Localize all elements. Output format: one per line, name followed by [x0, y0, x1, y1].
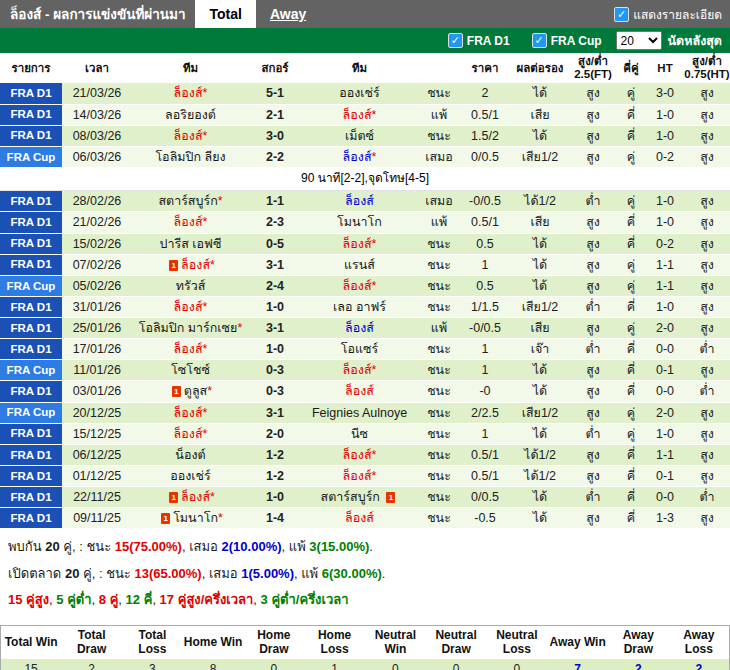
half-time-score: 1-3 — [646, 508, 684, 529]
home-team-name: สตาร์สบูร์ก — [158, 194, 217, 208]
col-handicap-result: ผลต่อรอง — [510, 53, 570, 83]
over-under-ht: สูง — [684, 402, 730, 423]
tab-total[interactable]: Total — [195, 0, 255, 28]
away-team-cell: นีซ — [301, 423, 418, 444]
result: ชนะ — [418, 339, 460, 360]
away-team-name: ล็องส์ — [343, 108, 372, 122]
col-competition: รายการ — [0, 53, 62, 83]
odd-even: คู่ — [616, 423, 646, 444]
odds: -0.5 — [460, 508, 510, 529]
home-team-cell: ล็องส์* — [132, 423, 249, 444]
away-team-name: ล็องส์ — [343, 469, 372, 483]
checkbox-checked-icon[interactable]: ✓ — [614, 7, 629, 22]
away-team-cell: Feignies Aulnoye — [301, 402, 418, 423]
penalty-note: 90 นาที[2-2],จุดโทษ[4-5] — [0, 167, 730, 190]
match-date: 22/11/25 — [62, 487, 132, 508]
match-row: FRA D121/03/26ล็องส์*5-1อองเช่ร์ชนะ2ได้ส… — [0, 83, 730, 104]
filter-fra-cup[interactable]: ✓ FRA Cup — [524, 33, 610, 48]
match-row: FRA D117/01/26ล็องส์*1-0โอแซร์ชนะ1เจ๊าต่… — [0, 339, 730, 360]
stats-header: Total Draw — [61, 625, 122, 658]
odds: 2 — [460, 83, 510, 104]
over-under-ft: สูง — [570, 212, 616, 233]
away-team-name: ล็องส์ — [345, 511, 374, 525]
home-team-name: น็องต์ — [175, 448, 205, 462]
match-count-select[interactable]: 20 — [616, 31, 662, 50]
over-under-ht: สูง — [684, 360, 730, 381]
home-team-cell: 1ล็องส์* — [132, 254, 249, 275]
competition-badge: FRA D1 — [0, 508, 62, 529]
half-time-score: 0-2 — [646, 146, 684, 167]
score: 2-1 — [249, 104, 301, 125]
show-details-toggle[interactable]: ✓ แสดงรายละเอียด — [606, 0, 730, 28]
odds: 1 — [460, 339, 510, 360]
match-row: FRA D131/01/26ล็องส์*1-0เลอ อาฟร์ชนะ1/1.… — [0, 296, 730, 317]
summary-market: เปิดตลาด 20 คู่, : ชนะ 13(65.00%), เสมอ … — [8, 564, 722, 584]
focus-team-star: * — [218, 194, 223, 208]
odds: -0 — [460, 381, 510, 402]
home-team-name: ตูลูส — [184, 384, 207, 398]
away-team-cell: สตาร์สบูร์ก 1 — [301, 487, 418, 508]
result: ชนะ — [418, 254, 460, 275]
match-date: 01/12/25 — [62, 465, 132, 486]
match-date: 09/11/25 — [62, 508, 132, 529]
away-team-cell: ล็องส์* — [301, 104, 418, 125]
handicap-result: เสีย1/2 — [510, 296, 570, 317]
home-team-name: ปารีส เอฟซี — [160, 237, 222, 251]
match-row: FRA D103/01/261ตูลูส*0-3ล็องส์ชนะ-0ได้สู… — [0, 381, 730, 402]
home-team-name: ล็องส์ — [174, 129, 203, 143]
stats-count: 1 — [304, 659, 365, 670]
result: ชนะ — [418, 402, 460, 423]
competition-badge: FRA D1 — [0, 465, 62, 486]
over-under-ft: ต่ำ — [570, 339, 616, 360]
score: 3-1 — [249, 318, 301, 339]
odds: 0.5/1 — [460, 465, 510, 486]
match-row: FRA D101/12/25อองเช่ร์1-2ล็องส์*ชนะ0.5/1… — [0, 465, 730, 486]
half-time-score: 0-0 — [646, 487, 684, 508]
home-team-cell: น็องต์ — [132, 444, 249, 465]
handicap-result: ได้ — [510, 381, 570, 402]
home-team-name: โอลิมปิก มาร์กเซย — [139, 321, 238, 335]
result: แพ้ — [418, 318, 460, 339]
competition-badge: FRA D1 — [0, 318, 62, 339]
away-team-name: ล็องส์ — [345, 321, 374, 335]
match-row: FRA Cup06/03/26โอลิมปิก ลียง2-2ล็องส์*เส… — [0, 146, 730, 167]
over-under-ht: สูง — [684, 275, 730, 296]
home-team-cell: โซโชซ์ — [132, 360, 249, 381]
checkbox-checked-icon[interactable]: ✓ — [448, 33, 463, 48]
stats-count: 7 — [547, 659, 608, 670]
col-ht: HT — [646, 53, 684, 83]
away-team-cell: ล็องส์ — [301, 318, 418, 339]
score: 1-4 — [249, 508, 301, 529]
checkbox-checked-icon[interactable]: ✓ — [532, 33, 547, 48]
filter-fra-d1[interactable]: ✓ FRA D1 — [440, 33, 518, 48]
home-team-cell: โอลิมปิก มาร์กเซย* — [132, 318, 249, 339]
over-under-ft: สูง — [570, 444, 616, 465]
home-team-cell: ลอริยองต์ — [132, 104, 249, 125]
handicap-result: เสีย — [510, 212, 570, 233]
over-under-ft: สูง — [570, 360, 616, 381]
over-under-ft: ต่ำ — [570, 423, 616, 444]
tab-away[interactable]: Away — [256, 0, 320, 28]
titlebar-spacer — [320, 0, 606, 28]
home-team-cell: ล็องส์* — [132, 125, 249, 146]
over-under-ft: สูง — [570, 275, 616, 296]
away-team-name: Feignies Aulnoye — [312, 406, 407, 420]
match-date: 28/02/26 — [62, 191, 132, 212]
competition-badge: FRA D1 — [0, 339, 62, 360]
result: ชนะ — [418, 444, 460, 465]
results-table: รายการ เวลา ทีม สกอร์ ทีม ราคา ผลต่อรอง … — [0, 53, 730, 529]
competition-badge: FRA Cup — [0, 146, 62, 167]
away-team-cell: ล็องส์ — [301, 508, 418, 529]
odds: -0/0.5 — [460, 191, 510, 212]
match-row: FRA D109/11/251โมนาโก*1-4ล็องส์ชนะ-0.5ได… — [0, 508, 730, 529]
focus-team-star: * — [237, 321, 242, 335]
match-date: 11/01/26 — [62, 360, 132, 381]
match-date: 05/02/26 — [62, 275, 132, 296]
result: แพ้ — [418, 104, 460, 125]
result: เสมอ — [418, 191, 460, 212]
handicap-result: ได้1/2 — [510, 465, 570, 486]
competition-badge: FRA D1 — [0, 104, 62, 125]
summary-head-to-head: พบกัน 20 คู่, : ชนะ 15(75.00%), เสมอ 2(1… — [8, 537, 722, 557]
half-time-score: 1-0 — [646, 212, 684, 233]
focus-team-star: * — [372, 469, 377, 483]
